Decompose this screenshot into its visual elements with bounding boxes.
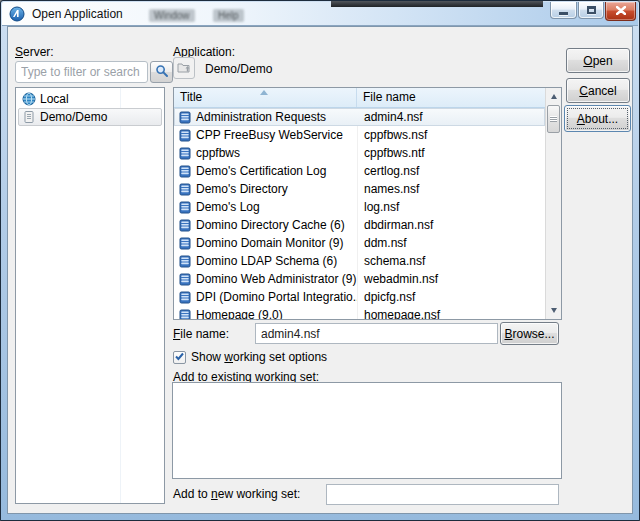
database-icon [179, 237, 191, 250]
column-header-filename[interactable]: File name [357, 88, 545, 107]
database-icon [179, 129, 191, 142]
row-title: Demo's Certification Log [196, 164, 326, 178]
row-title: cppfbws [196, 146, 240, 160]
row-filename: log.nsf [357, 200, 544, 214]
row-title-cell: Homepage (9.0) [175, 308, 357, 319]
open-parent-folder-button[interactable] [173, 57, 195, 79]
row-title-cell: Demo's Certification Log [175, 164, 357, 178]
open-parent-folder-icon [177, 60, 191, 77]
row-title-cell: Domino Web Administrator (9) [175, 272, 357, 286]
row-title-cell: Demo's Log [175, 200, 357, 214]
database-icon [179, 255, 191, 268]
close-icon [616, 4, 626, 18]
checkmark-icon [174, 351, 185, 365]
ghost-menu-window: Window [149, 9, 195, 22]
file-name-input[interactable] [255, 323, 498, 344]
scroll-up-icon [551, 94, 557, 99]
server-icon [22, 110, 36, 124]
row-title: Homepage (9.0) [196, 308, 283, 319]
current-application: Demo/Demo [205, 62, 272, 76]
table-row[interactable]: DPI (Domino Portal Integratio...dpicfg.n… [174, 288, 545, 306]
open-button[interactable]: Open [566, 48, 630, 73]
close-button[interactable] [605, 2, 636, 21]
row-filename: schema.nsf [357, 254, 544, 268]
server-list-divider [120, 88, 121, 503]
row-title-cell: Domino Domain Monitor (9) [175, 236, 357, 250]
database-icon [179, 201, 191, 214]
row-filename: cppfbws.nsf [357, 128, 544, 142]
server-search-input[interactable] [15, 61, 148, 83]
table-row[interactable]: Domino Domain Monitor (9)ddm.nsf [174, 234, 545, 252]
show-working-set-checkbox[interactable] [173, 351, 186, 364]
table-header: Title File name [174, 88, 545, 108]
scrollbar-thumb[interactable] [547, 105, 560, 133]
row-filename: certlog.nsf [357, 164, 544, 178]
row-title: CPP FreeBusy WebService [196, 128, 343, 142]
row-title: Domino Web Administrator (9) [196, 272, 357, 286]
table-row[interactable]: Demo's Certification Logcertlog.nsf [174, 162, 545, 180]
row-title-cell: cppfbws [175, 146, 357, 160]
row-title: DPI (Domino Portal Integratio... [196, 290, 357, 304]
maximize-icon [587, 6, 596, 14]
row-title-cell: CPP FreeBusy WebService [175, 128, 357, 142]
row-title-cell: Demo's Directory [175, 182, 357, 196]
table-row[interactable]: Domino Directory Cache (6)dbdirman.nsf [174, 216, 545, 234]
search-button[interactable] [150, 61, 173, 83]
row-filename: dbdirman.nsf [357, 218, 544, 232]
scroll-down-button[interactable] [546, 303, 561, 318]
scroll-down-icon [551, 308, 557, 313]
row-filename: names.nsf [357, 182, 544, 196]
server-item-label: Demo/Demo [40, 110, 107, 124]
table-row[interactable]: Homepage (9.0)homepage.nsf [174, 306, 545, 319]
server-list-item[interactable]: Local [18, 90, 162, 108]
database-icon [179, 183, 191, 196]
scroll-up-button[interactable] [546, 89, 561, 104]
browse-button[interactable]: Browse... [500, 322, 559, 345]
table-row[interactable]: Domino LDAP Schema (6)schema.nsf [174, 252, 545, 270]
ghost-menu-help: Help [213, 9, 244, 22]
row-title: Demo's Log [196, 200, 260, 214]
server-list-item[interactable]: Demo/Demo [18, 108, 162, 126]
database-icon [179, 309, 191, 320]
database-icon [179, 111, 191, 124]
show-working-set-label[interactable]: Show working set options [191, 350, 327, 364]
database-icon [179, 291, 191, 304]
row-title-cell: DPI (Domino Portal Integratio... [175, 290, 357, 304]
row-filename: webadmin.nsf [357, 272, 544, 286]
row-title: Domino LDAP Schema (6) [196, 254, 337, 268]
table-row[interactable]: Demo's Loglog.nsf [174, 198, 545, 216]
database-icon [179, 273, 191, 286]
row-title-cell: Domino LDAP Schema (6) [175, 254, 357, 268]
server-item-label: Local [40, 92, 69, 106]
row-filename: ddm.nsf [357, 236, 544, 250]
background-window-artifact [331, 1, 543, 7]
existing-working-set-listbox[interactable] [172, 382, 562, 479]
row-title: Administration Requests [196, 110, 326, 124]
maximize-button[interactable] [578, 2, 604, 19]
server-list[interactable]: LocalDemo/Demo [15, 87, 165, 504]
row-title-cell: Administration Requests [175, 110, 357, 124]
column-header-title[interactable]: Title [174, 88, 357, 107]
row-title: Domino Domain Monitor (9) [196, 236, 343, 250]
globe-icon [22, 92, 36, 106]
table-row[interactable]: Administration Requestsadmin4.nsf [174, 108, 545, 126]
row-filename: homepage.nsf [357, 308, 544, 319]
minimize-button[interactable] [550, 2, 577, 19]
new-working-set-input[interactable] [326, 484, 559, 505]
cancel-button[interactable]: Cancel [566, 78, 630, 103]
table-row[interactable]: Domino Web Administrator (9)webadmin.nsf [174, 270, 545, 288]
table-row[interactable]: CPP FreeBusy WebServicecppfbws.nsf [174, 126, 545, 144]
dialog-content: Server: LocalDemo/Demo Application: [7, 26, 633, 514]
minimize-icon [559, 12, 568, 15]
application-table-body: Administration Requestsadmin4.nsfCPP Fre… [174, 108, 545, 319]
database-icon [179, 219, 191, 232]
about-button[interactable]: About... [564, 105, 631, 132]
row-filename: admin4.nsf [357, 110, 544, 124]
table-row[interactable]: Demo's Directorynames.nsf [174, 180, 545, 198]
row-title-cell: Domino Directory Cache (6) [175, 218, 357, 232]
table-row[interactable]: cppfbwscppfbws.ntf [174, 144, 545, 162]
table-scrollbar[interactable] [545, 88, 561, 319]
magnifier-icon [155, 64, 169, 81]
database-icon [179, 147, 191, 160]
server-label: Server: [15, 45, 54, 59]
